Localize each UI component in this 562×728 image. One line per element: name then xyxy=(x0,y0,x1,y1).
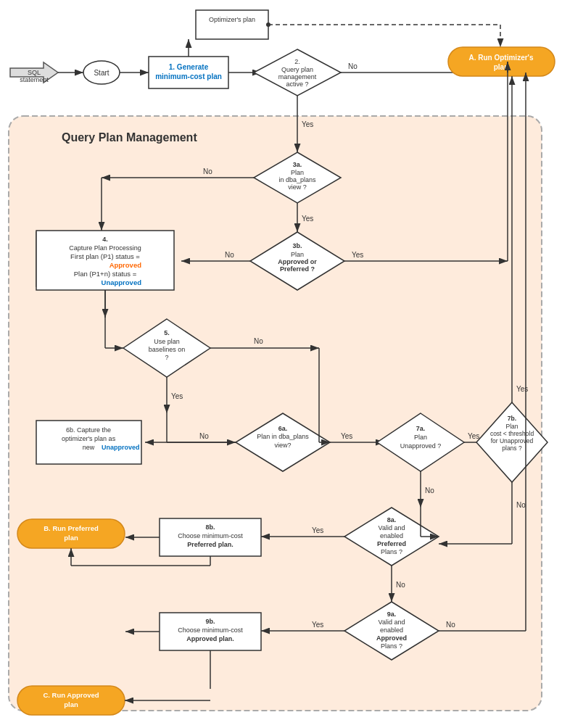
step3b-label2: Approved or xyxy=(278,258,317,265)
step6a-no-label: No xyxy=(199,432,209,440)
step8a-label2: enabled xyxy=(380,532,403,539)
step9b-t0: 9b. xyxy=(205,618,215,625)
step9b-t2: Approved plan. xyxy=(186,635,234,642)
step8a-yes-label: Yes xyxy=(312,526,323,534)
step3b-label0: 3b. xyxy=(292,242,302,249)
step7b-label4: plans ? xyxy=(502,444,522,452)
step7b-label3: for Unapproved xyxy=(491,437,534,444)
sql-statement-label: SQL xyxy=(28,69,41,76)
dot-optimizer xyxy=(266,22,270,27)
step3b-label3: Preferred ? xyxy=(280,265,315,273)
step8a-label4: Plans ? xyxy=(381,548,402,555)
step8a-label3: Preferred xyxy=(377,540,406,547)
step8a-label0: 8a. xyxy=(387,516,397,524)
step3a-label1: Plan xyxy=(291,169,304,176)
step1-label2: minimum-cost plan xyxy=(155,73,222,80)
step5-label1: Use plan xyxy=(154,338,180,345)
sql-statement-label2: statement xyxy=(20,76,49,83)
step4-t2: First plan (P1) status = xyxy=(70,252,140,260)
step6b-line1: 6b. Capture the xyxy=(66,426,111,434)
step9a-label3: Approved xyxy=(376,634,407,642)
step7a-label1: Plan xyxy=(414,434,427,441)
step7b-label2: cost < threshold xyxy=(490,430,534,437)
step8a-no-label: No xyxy=(396,581,405,589)
step6b-line2: optimizer's plan as xyxy=(62,435,116,442)
step4-t1: Capture Plan Processing xyxy=(69,244,141,252)
step8a-label1: Valid and xyxy=(379,524,405,531)
step6a-label1: Plan in dba_plans xyxy=(257,433,309,440)
label-a-text2: plan xyxy=(494,63,509,71)
label-c-text1: C. Run Approved xyxy=(43,691,99,699)
step1-label1: 1. Generate xyxy=(169,63,209,71)
step7b-no-label: No xyxy=(516,501,526,509)
step6b-unapproved: Unapproved xyxy=(102,444,140,451)
step7a-yes-label: Yes xyxy=(468,432,479,440)
step9a-yes-label: Yes xyxy=(312,621,323,629)
optimizer-plan-box xyxy=(196,10,268,39)
step6a-yes-label: Yes xyxy=(341,432,352,440)
step6b-line3-a: new xyxy=(83,444,95,451)
step3a-no-label: No xyxy=(203,167,212,175)
step2-label3: active ? xyxy=(286,80,308,88)
step5-label2: baselines on xyxy=(149,346,186,353)
label-b-text1: B. Run Preferred xyxy=(44,524,99,532)
step5-no-label: No xyxy=(254,337,263,345)
step7b-label1: Plan xyxy=(505,423,518,430)
step7b-yes-label: Yes xyxy=(516,385,528,393)
step6a-label2: view? xyxy=(274,442,291,449)
step7a-label2: Unapproved ? xyxy=(400,442,442,450)
step7a-label0: 7a. xyxy=(416,425,426,432)
step2-no-label: No xyxy=(348,62,358,70)
step5-yes-label: Yes xyxy=(171,392,183,400)
qpm-background xyxy=(9,116,542,711)
step3a-yes-label: Yes xyxy=(302,215,313,223)
step2-label2: management xyxy=(278,73,317,80)
label-b-text2: plan xyxy=(64,534,78,542)
step9a-label1: Valid and xyxy=(379,619,405,626)
step4-t3: Plan (P1+n) status = xyxy=(74,270,137,278)
label-a-shape xyxy=(448,47,555,76)
step3b-label1: Plan xyxy=(291,251,304,258)
step3a-label0: 3a. xyxy=(293,161,302,168)
step5-label0: 5. xyxy=(164,329,170,336)
step4-unapproved-text: Unapproved xyxy=(102,278,142,286)
step3a-label3: view ? xyxy=(288,183,307,191)
step2-label1: Query plan xyxy=(281,66,313,73)
step7b-label0: 7b. xyxy=(508,415,516,422)
flowchart-container: Query Plan Management SQL statement Star… xyxy=(0,0,562,728)
start-label: Start xyxy=(94,69,109,77)
step8b-t1: Choose minimum-cost xyxy=(178,532,243,539)
step3a-label2: in dba_plans xyxy=(278,176,316,183)
step3b-yes-label: Yes xyxy=(352,251,363,259)
step9a-label2: enabled xyxy=(380,626,403,634)
step9a-label0: 9a. xyxy=(387,611,397,618)
step9a-label4: Plans ? xyxy=(381,642,402,650)
qpm-label: Query Plan Management xyxy=(62,131,197,144)
step2-label0: 2. xyxy=(294,58,300,65)
step9b-t1: Choose minimum-cost xyxy=(178,626,243,634)
step6a-label0: 6a. xyxy=(278,425,288,432)
step4-t0: 4. xyxy=(102,236,108,243)
step2-yes-label: Yes xyxy=(302,120,313,128)
label-a-text1: A. Run Optimizer's xyxy=(468,54,533,62)
step8b-t0: 8b. xyxy=(205,524,215,531)
step9a-no-label: No xyxy=(446,621,455,629)
step4-approved-text: Approved xyxy=(109,261,142,269)
step3b-no-label: No xyxy=(225,251,234,259)
step5-label3: ? xyxy=(165,354,168,361)
step7a-no-label: No xyxy=(425,487,434,495)
step8b-t2: Preferred plan. xyxy=(187,541,234,548)
opt-plan-label1: Optimizer's plan xyxy=(209,16,255,23)
label-c-text2: plan xyxy=(64,700,78,708)
